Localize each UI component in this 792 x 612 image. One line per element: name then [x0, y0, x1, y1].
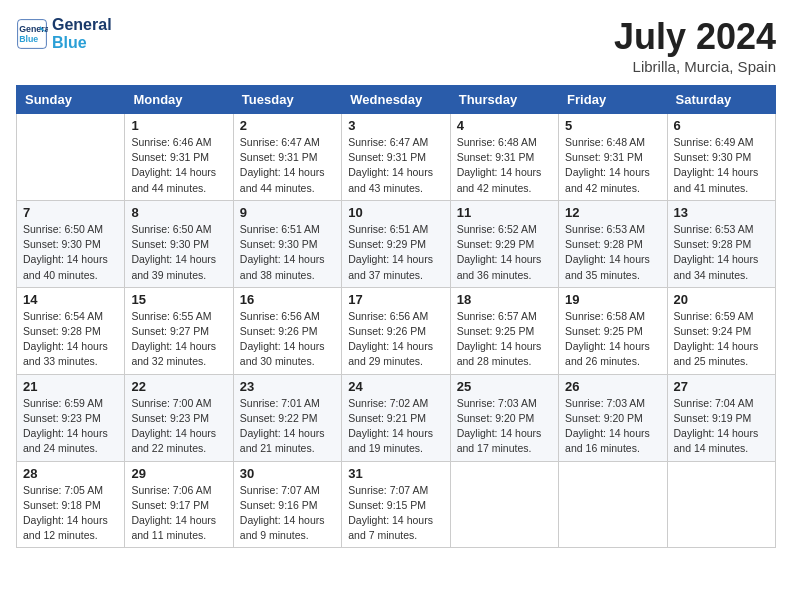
day-info: Sunrise: 6:47 AMSunset: 9:31 PMDaylight:…	[348, 135, 443, 196]
day-info: Sunrise: 6:51 AMSunset: 9:29 PMDaylight:…	[348, 222, 443, 283]
logo: General Blue General Blue	[16, 16, 112, 51]
calendar-week-5: 28 Sunrise: 7:05 AMSunset: 9:18 PMDaylig…	[17, 461, 776, 548]
day-info: Sunrise: 6:58 AMSunset: 9:25 PMDaylight:…	[565, 309, 660, 370]
calendar-cell: 13 Sunrise: 6:53 AMSunset: 9:28 PMDaylig…	[667, 200, 775, 287]
weekday-header-wednesday: Wednesday	[342, 86, 450, 114]
day-info: Sunrise: 6:59 AMSunset: 9:23 PMDaylight:…	[23, 396, 118, 457]
calendar-cell: 9 Sunrise: 6:51 AMSunset: 9:30 PMDayligh…	[233, 200, 341, 287]
calendar-week-4: 21 Sunrise: 6:59 AMSunset: 9:23 PMDaylig…	[17, 374, 776, 461]
month-title: July 2024	[614, 16, 776, 58]
day-number: 27	[674, 379, 769, 394]
day-info: Sunrise: 7:05 AMSunset: 9:18 PMDaylight:…	[23, 483, 118, 544]
day-number: 19	[565, 292, 660, 307]
day-number: 30	[240, 466, 335, 481]
day-number: 22	[131, 379, 226, 394]
weekday-header-monday: Monday	[125, 86, 233, 114]
calendar-cell: 15 Sunrise: 6:55 AMSunset: 9:27 PMDaylig…	[125, 287, 233, 374]
logo-general: General	[52, 16, 112, 34]
day-number: 14	[23, 292, 118, 307]
day-number: 18	[457, 292, 552, 307]
svg-text:Blue: Blue	[19, 34, 38, 44]
day-info: Sunrise: 7:03 AMSunset: 9:20 PMDaylight:…	[565, 396, 660, 457]
calendar-cell	[450, 461, 558, 548]
day-info: Sunrise: 7:04 AMSunset: 9:19 PMDaylight:…	[674, 396, 769, 457]
logo-icon: General Blue	[16, 18, 48, 50]
calendar-cell: 24 Sunrise: 7:02 AMSunset: 9:21 PMDaylig…	[342, 374, 450, 461]
day-info: Sunrise: 6:57 AMSunset: 9:25 PMDaylight:…	[457, 309, 552, 370]
day-info: Sunrise: 7:01 AMSunset: 9:22 PMDaylight:…	[240, 396, 335, 457]
day-info: Sunrise: 6:49 AMSunset: 9:30 PMDaylight:…	[674, 135, 769, 196]
calendar-table: SundayMondayTuesdayWednesdayThursdayFrid…	[16, 85, 776, 548]
day-number: 8	[131, 205, 226, 220]
day-info: Sunrise: 6:52 AMSunset: 9:29 PMDaylight:…	[457, 222, 552, 283]
day-number: 10	[348, 205, 443, 220]
weekday-header-thursday: Thursday	[450, 86, 558, 114]
page-header: General Blue General Blue July 2024 Libr…	[16, 16, 776, 75]
calendar-cell: 26 Sunrise: 7:03 AMSunset: 9:20 PMDaylig…	[559, 374, 667, 461]
title-block: July 2024 Librilla, Murcia, Spain	[614, 16, 776, 75]
day-info: Sunrise: 7:07 AMSunset: 9:15 PMDaylight:…	[348, 483, 443, 544]
day-info: Sunrise: 6:51 AMSunset: 9:30 PMDaylight:…	[240, 222, 335, 283]
calendar-cell: 5 Sunrise: 6:48 AMSunset: 9:31 PMDayligh…	[559, 114, 667, 201]
location-title: Librilla, Murcia, Spain	[614, 58, 776, 75]
calendar-cell: 11 Sunrise: 6:52 AMSunset: 9:29 PMDaylig…	[450, 200, 558, 287]
day-info: Sunrise: 6:48 AMSunset: 9:31 PMDaylight:…	[565, 135, 660, 196]
day-number: 11	[457, 205, 552, 220]
day-info: Sunrise: 7:03 AMSunset: 9:20 PMDaylight:…	[457, 396, 552, 457]
day-number: 31	[348, 466, 443, 481]
day-number: 7	[23, 205, 118, 220]
calendar-cell: 1 Sunrise: 6:46 AMSunset: 9:31 PMDayligh…	[125, 114, 233, 201]
calendar-cell: 16 Sunrise: 6:56 AMSunset: 9:26 PMDaylig…	[233, 287, 341, 374]
day-info: Sunrise: 6:46 AMSunset: 9:31 PMDaylight:…	[131, 135, 226, 196]
calendar-week-1: 1 Sunrise: 6:46 AMSunset: 9:31 PMDayligh…	[17, 114, 776, 201]
calendar-week-3: 14 Sunrise: 6:54 AMSunset: 9:28 PMDaylig…	[17, 287, 776, 374]
weekday-header-tuesday: Tuesday	[233, 86, 341, 114]
calendar-cell	[559, 461, 667, 548]
calendar-cell: 29 Sunrise: 7:06 AMSunset: 9:17 PMDaylig…	[125, 461, 233, 548]
calendar-week-2: 7 Sunrise: 6:50 AMSunset: 9:30 PMDayligh…	[17, 200, 776, 287]
calendar-cell: 3 Sunrise: 6:47 AMSunset: 9:31 PMDayligh…	[342, 114, 450, 201]
day-number: 17	[348, 292, 443, 307]
day-number: 26	[565, 379, 660, 394]
day-info: Sunrise: 7:06 AMSunset: 9:17 PMDaylight:…	[131, 483, 226, 544]
day-number: 29	[131, 466, 226, 481]
day-number: 9	[240, 205, 335, 220]
calendar-cell: 20 Sunrise: 6:59 AMSunset: 9:24 PMDaylig…	[667, 287, 775, 374]
day-number: 13	[674, 205, 769, 220]
day-info: Sunrise: 7:00 AMSunset: 9:23 PMDaylight:…	[131, 396, 226, 457]
calendar-cell: 19 Sunrise: 6:58 AMSunset: 9:25 PMDaylig…	[559, 287, 667, 374]
calendar-cell: 22 Sunrise: 7:00 AMSunset: 9:23 PMDaylig…	[125, 374, 233, 461]
day-number: 23	[240, 379, 335, 394]
day-number: 2	[240, 118, 335, 133]
day-info: Sunrise: 7:07 AMSunset: 9:16 PMDaylight:…	[240, 483, 335, 544]
day-number: 4	[457, 118, 552, 133]
weekday-header-sunday: Sunday	[17, 86, 125, 114]
day-number: 25	[457, 379, 552, 394]
day-number: 12	[565, 205, 660, 220]
calendar-cell: 14 Sunrise: 6:54 AMSunset: 9:28 PMDaylig…	[17, 287, 125, 374]
day-number: 6	[674, 118, 769, 133]
day-info: Sunrise: 6:56 AMSunset: 9:26 PMDaylight:…	[348, 309, 443, 370]
svg-text:General: General	[19, 24, 48, 34]
calendar-cell: 25 Sunrise: 7:03 AMSunset: 9:20 PMDaylig…	[450, 374, 558, 461]
calendar-cell: 18 Sunrise: 6:57 AMSunset: 9:25 PMDaylig…	[450, 287, 558, 374]
day-number: 24	[348, 379, 443, 394]
calendar-cell: 23 Sunrise: 7:01 AMSunset: 9:22 PMDaylig…	[233, 374, 341, 461]
day-info: Sunrise: 7:02 AMSunset: 9:21 PMDaylight:…	[348, 396, 443, 457]
day-info: Sunrise: 6:59 AMSunset: 9:24 PMDaylight:…	[674, 309, 769, 370]
day-info: Sunrise: 6:47 AMSunset: 9:31 PMDaylight:…	[240, 135, 335, 196]
day-number: 16	[240, 292, 335, 307]
day-info: Sunrise: 6:50 AMSunset: 9:30 PMDaylight:…	[131, 222, 226, 283]
weekday-header-row: SundayMondayTuesdayWednesdayThursdayFrid…	[17, 86, 776, 114]
day-number: 21	[23, 379, 118, 394]
day-number: 5	[565, 118, 660, 133]
calendar-cell: 4 Sunrise: 6:48 AMSunset: 9:31 PMDayligh…	[450, 114, 558, 201]
calendar-cell: 10 Sunrise: 6:51 AMSunset: 9:29 PMDaylig…	[342, 200, 450, 287]
day-number: 3	[348, 118, 443, 133]
day-info: Sunrise: 6:54 AMSunset: 9:28 PMDaylight:…	[23, 309, 118, 370]
calendar-cell: 6 Sunrise: 6:49 AMSunset: 9:30 PMDayligh…	[667, 114, 775, 201]
calendar-cell: 28 Sunrise: 7:05 AMSunset: 9:18 PMDaylig…	[17, 461, 125, 548]
day-info: Sunrise: 6:48 AMSunset: 9:31 PMDaylight:…	[457, 135, 552, 196]
day-info: Sunrise: 6:53 AMSunset: 9:28 PMDaylight:…	[565, 222, 660, 283]
calendar-cell	[667, 461, 775, 548]
